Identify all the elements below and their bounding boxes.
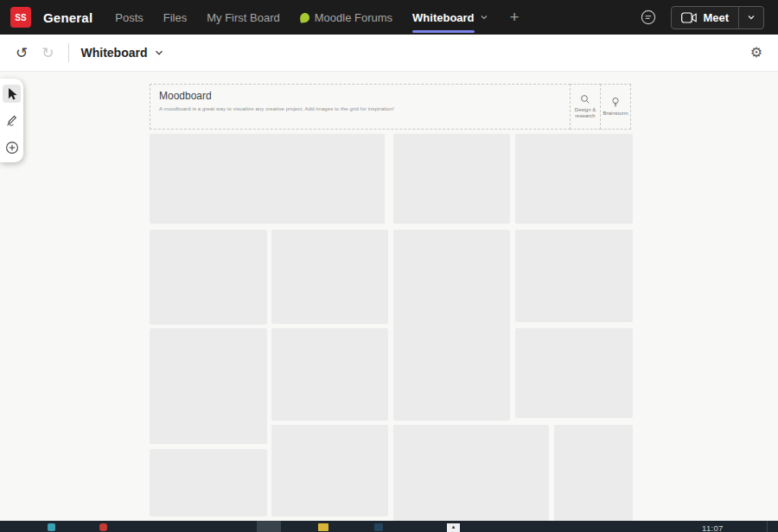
- whiteboard-toolbar: ↺ ↻ Whiteboard ⚙: [0, 35, 778, 72]
- chevron-down-icon: [747, 13, 756, 22]
- moodboard-grid-tile[interactable]: [271, 425, 388, 516]
- tab-label: Moodle Forums: [315, 11, 392, 24]
- redo-icon: ↻: [41, 45, 54, 61]
- tab-moodle-forums[interactable]: Moodle Forums: [300, 0, 392, 35]
- active-tab-underline: [412, 30, 475, 33]
- cursor-icon: [6, 87, 18, 101]
- moodboard-grid-tile[interactable]: [515, 230, 633, 322]
- team-avatar-initials: SS: [15, 13, 26, 22]
- gear-icon: ⚙: [750, 45, 762, 60]
- pen-icon: [5, 114, 18, 127]
- moodboard-grid-tile[interactable]: [393, 134, 510, 224]
- meet-split-button: Meet: [671, 6, 764, 29]
- moodboard-grid-tile[interactable]: [393, 230, 510, 421]
- teams-window: SS General PostsFilesMy First BoardMoodl…: [0, 0, 778, 532]
- meet-button-label: Meet: [703, 11, 729, 24]
- tab-label: Whiteboard: [412, 11, 475, 24]
- show-desktop-divider: [767, 521, 768, 532]
- taskbar-clock[interactable]: 11:07: [702, 523, 724, 532]
- moodboard-grid-tile[interactable]: [554, 425, 633, 521]
- tab-files[interactable]: Files: [163, 0, 187, 35]
- folder-icon[interactable]: [318, 523, 328, 531]
- moodboard-grid-tile[interactable]: [515, 134, 633, 224]
- taskbar-app-icon[interactable]: [374, 523, 383, 531]
- moodboard-grid: [0, 72, 778, 521]
- tab-strip: PostsFilesMy First BoardMoodle ForumsWhi…: [115, 0, 507, 35]
- select-tool-button[interactable]: [3, 85, 21, 103]
- meet-options-button[interactable]: [739, 7, 763, 28]
- redo-button[interactable]: ↻: [35, 46, 61, 60]
- brainstorm-label: Brainstorm: [603, 111, 628, 117]
- windows-taskbar: ▴ 11:07: [0, 521, 778, 532]
- teams-top-bar: SS General PostsFilesMy First BoardMoodl…: [0, 0, 778, 35]
- tab-whiteboard[interactable]: Whiteboard: [412, 0, 488, 35]
- meet-button[interactable]: Meet: [672, 7, 738, 28]
- tab-my-first-board[interactable]: My First Board: [207, 0, 280, 35]
- channel-title: General: [43, 10, 92, 25]
- board-title[interactable]: Whiteboard: [81, 46, 148, 60]
- top-bar-actions: Meet: [640, 6, 768, 29]
- moodboard-description: A moodboard is a great way to visualize …: [159, 106, 561, 111]
- moodboard-grid-tile[interactable]: [150, 134, 385, 224]
- chevron-down-icon: [480, 13, 488, 22]
- moodboard-template-header: Moodboard A moodboard is a great way to …: [150, 84, 631, 130]
- add-object-button[interactable]: [3, 138, 21, 156]
- toolbar-divider: [68, 43, 69, 62]
- chat-icon: [640, 9, 657, 26]
- moodboard-title-box[interactable]: Moodboard A moodboard is a great way to …: [150, 84, 571, 130]
- chevron-up-icon: ▴: [452, 523, 456, 532]
- design-research-button[interactable]: Design & research: [570, 84, 601, 130]
- taskbar-app-icon[interactable]: [99, 523, 107, 531]
- moodboard-grid-tile[interactable]: [150, 449, 267, 516]
- tool-rail: [0, 79, 23, 162]
- tab-label: My First Board: [207, 11, 280, 24]
- moodboard-grid-tile[interactable]: [150, 328, 267, 444]
- chevron-down-icon: [154, 48, 164, 58]
- moodboard-grid-tile[interactable]: [150, 230, 267, 325]
- whiteboard-canvas[interactable]: Moodboard A moodboard is a great way to …: [0, 72, 778, 521]
- taskbar-active-app[interactable]: [257, 521, 281, 532]
- tab-label: Files: [163, 11, 187, 24]
- tab-posts[interactable]: Posts: [115, 0, 143, 35]
- camera-icon: [681, 12, 697, 23]
- settings-button[interactable]: ⚙: [750, 46, 769, 60]
- moodboard-grid-tile[interactable]: [515, 328, 633, 418]
- moodboard-grid-tile[interactable]: [271, 328, 388, 421]
- plus-circle-icon: [5, 141, 19, 155]
- add-tab-button[interactable]: +: [510, 8, 520, 27]
- chat-button[interactable]: [640, 9, 657, 26]
- ink-tool-button[interactable]: [3, 111, 21, 130]
- board-title-menu-button[interactable]: [154, 48, 164, 58]
- team-avatar[interactable]: SS: [10, 7, 31, 28]
- moodboard-grid-tile[interactable]: [393, 425, 549, 521]
- lightbulb-icon: [610, 97, 621, 108]
- undo-icon: ↺: [16, 45, 28, 61]
- tray-expander-button[interactable]: ▴: [447, 523, 460, 532]
- tab-label: Posts: [115, 11, 143, 24]
- search-icon: [580, 94, 590, 104]
- moodboard-grid-tile[interactable]: [271, 230, 388, 324]
- moodle-forums-icon: [299, 12, 309, 22]
- taskbar-app-icon[interactable]: [48, 523, 55, 531]
- design-research-label: Design & research: [572, 107, 598, 120]
- moodboard-title: Moodboard: [159, 90, 561, 102]
- undo-button[interactable]: ↺: [9, 46, 35, 60]
- brainstorm-button[interactable]: Brainstorm: [600, 84, 631, 130]
